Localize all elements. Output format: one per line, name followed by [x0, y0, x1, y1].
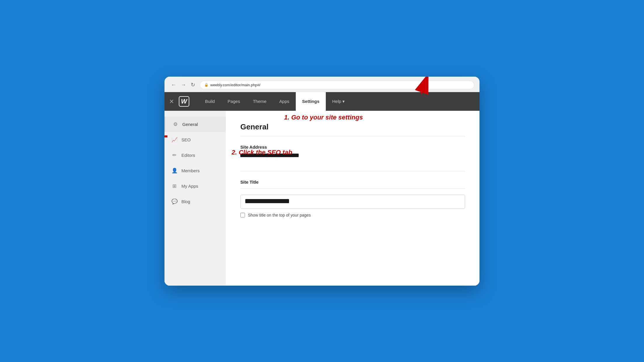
site-title-label: Site Title	[240, 180, 465, 184]
title-section-divider	[240, 189, 465, 189]
sidebar-label-members: Members	[181, 168, 200, 173]
address-bar[interactable]: 🔒 weebly.com/editor/main.php#/	[200, 81, 474, 89]
sidebar-label-editors: Editors	[181, 153, 195, 158]
back-button[interactable]: ←	[170, 82, 177, 88]
sidebar-item-members[interactable]: 👤 Members	[164, 163, 226, 178]
apps-icon: ⊞	[172, 183, 177, 189]
show-title-label: Show title on the top of your pages	[248, 213, 311, 217]
sidebar: ⚙ General 📈 SEO ✏ Editors	[164, 111, 226, 286]
reload-button[interactable]: ↻	[190, 82, 196, 88]
title-divider	[240, 136, 465, 136]
weebly-logo: W	[179, 96, 189, 107]
nav-build[interactable]: Build	[199, 92, 221, 111]
sidebar-item-general[interactable]: ⚙ General	[164, 117, 226, 132]
show-title-row: Show title on the top of your pages	[240, 213, 465, 217]
browser-chrome: ← → ↻ 🔒 weebly.com/editor/main.php#/	[164, 77, 480, 92]
sidebar-item-seo[interactable]: 📈 SEO	[164, 132, 226, 147]
nav-settings[interactable]: Settings	[296, 92, 326, 111]
blog-icon: 💬	[172, 198, 177, 205]
chart-icon: 📈	[172, 137, 177, 143]
top-nav: ✕ W Build Pages Theme Apps Settings Help…	[164, 92, 480, 111]
nav-links: Build Pages Theme Apps Settings Help ▾	[199, 92, 475, 111]
sidebar-item-editors[interactable]: ✏ Editors	[164, 147, 226, 163]
main-layout: ⚙ General 📈 SEO ✏ Editors	[164, 111, 480, 286]
content-area: 1. Go to your site settings General Site…	[226, 111, 480, 286]
sidebar-label-blog: Blog	[181, 199, 190, 204]
show-title-checkbox[interactable]	[240, 213, 245, 217]
site-title-input-wrapper[interactable]	[240, 195, 465, 209]
nav-apps[interactable]: Apps	[273, 92, 296, 111]
address-divider	[240, 171, 465, 171]
browser-nav: ← → ↻	[170, 82, 196, 88]
gear-icon: ⚙	[172, 121, 178, 127]
nav-pages[interactable]: Pages	[221, 92, 246, 111]
sidebar-label-general: General	[182, 122, 198, 127]
sidebar-item-blog[interactable]: 💬 Blog	[164, 194, 226, 209]
browser-window: ← → ↻ 🔒 weebly.com/editor/main.php#/ ✕ W…	[164, 77, 480, 286]
site-address-value	[240, 154, 299, 157]
site-title-masked-value	[245, 199, 289, 203]
forward-button[interactable]: →	[180, 82, 187, 88]
annotation-1-text: 1. Go to your site settings	[284, 114, 363, 121]
url-text: weebly.com/editor/main.php#/	[210, 83, 260, 87]
site-address-label: Site Address	[240, 145, 465, 150]
lock-icon: 🔒	[204, 83, 209, 87]
sidebar-label-seo: SEO	[181, 137, 191, 142]
members-icon: 👤	[172, 168, 177, 174]
nav-help[interactable]: Help ▾	[326, 92, 351, 111]
nav-theme[interactable]: Theme	[246, 92, 273, 111]
sidebar-label-myapps: My Apps	[181, 184, 198, 189]
edit-icon: ✏	[172, 152, 177, 158]
sidebar-item-myapps[interactable]: ⊞ My Apps	[164, 178, 226, 194]
page-title: General	[240, 122, 465, 131]
close-button[interactable]: ✕	[169, 98, 174, 105]
